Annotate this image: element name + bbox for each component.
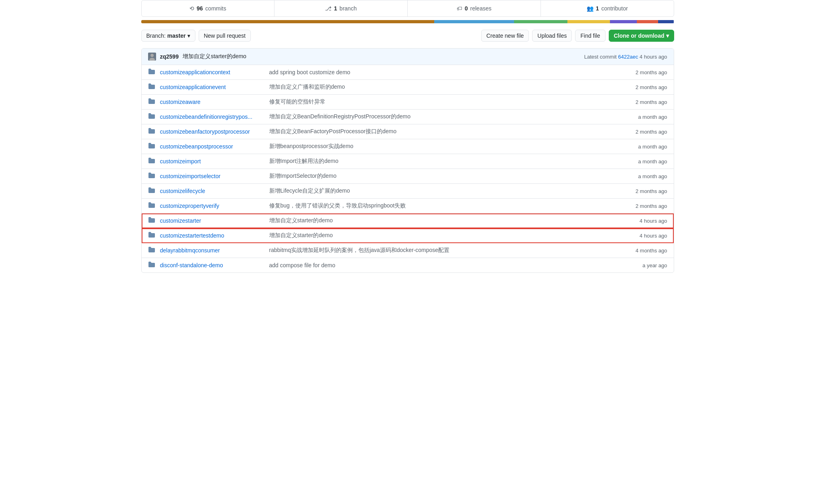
branches-count: 1: [334, 5, 337, 12]
table-row: customizebeanpostprocessor 新增beanpostpro…: [142, 139, 674, 154]
clone-chevron-icon: ▾: [666, 33, 669, 39]
file-time: 2 months ago: [623, 188, 667, 194]
file-description: add compose file for demo: [269, 262, 618, 268]
file-table: zq2599 增加自定义starter的demo Latest commit 6…: [141, 48, 674, 273]
file-name[interactable]: customizelifecycle: [160, 188, 264, 194]
upload-files-button[interactable]: Upload files: [532, 30, 572, 42]
file-name[interactable]: customizestartertestdemo: [160, 232, 264, 239]
file-time: 4 hours ago: [623, 233, 667, 239]
file-description: add spring boot customize demo: [269, 69, 618, 75]
file-time: a month ago: [623, 173, 667, 179]
file-name[interactable]: delayrabbitmqconsumer: [160, 247, 264, 254]
folder-icon: [148, 202, 155, 210]
folder-icon: [148, 68, 155, 76]
commit-time: 4 hours ago: [640, 54, 667, 60]
file-time: a year ago: [623, 262, 667, 268]
file-description: 修复bug，使用了错误的父类，导致启动springboot失败: [269, 202, 618, 209]
table-row: delayrabbitmqconsumer rabbitmq实战增加延时队列的案…: [142, 243, 674, 258]
folder-icon: [148, 187, 155, 195]
lang-segment-other2: [514, 20, 567, 23]
commit-author[interactable]: zq2599: [160, 53, 179, 60]
latest-commit-prefix: Latest commit: [584, 54, 617, 60]
lang-segment-other1: [434, 20, 514, 23]
file-name[interactable]: customizebeanfactorypostprocessor: [160, 128, 264, 135]
file-name[interactable]: customizeimportselector: [160, 173, 264, 179]
file-name[interactable]: customizeaware: [160, 99, 264, 105]
file-time: 4 hours ago: [623, 218, 667, 224]
releases-label: releases: [470, 5, 492, 12]
file-description: rabbitmq实战增加延时队列的案例，包括java源码和docker-comp…: [269, 247, 618, 254]
file-name[interactable]: customizeapplicationcontext: [160, 69, 264, 75]
file-description: 增加自定义BeanDefinitionRegistryPostProcessor…: [269, 113, 618, 120]
create-new-file-button[interactable]: Create new file: [481, 30, 529, 42]
folder-icon: [148, 232, 155, 240]
file-time: 2 months ago: [623, 129, 667, 135]
commits-stat[interactable]: ⟲ 96 commits: [142, 0, 275, 16]
releases-count: 0: [465, 5, 468, 12]
branch-name-label: master: [167, 33, 186, 39]
table-row: customizebeanfactorypostprocessor 增加自定义B…: [142, 124, 674, 139]
table-row: customizestarter 增加自定义starter的demo 4 hou…: [142, 213, 674, 228]
file-name[interactable]: customizebeandefinitionregistrypos...: [160, 114, 264, 120]
file-description: 修复可能的空指针异常: [269, 98, 618, 106]
folder-icon: [148, 246, 155, 254]
file-name[interactable]: disconf-standalone-demo: [160, 262, 264, 268]
stats-bar: ⟲ 96 commits ⎇ 1 branch 🏷 0 releases 👥 1…: [141, 0, 674, 17]
releases-stat[interactable]: 🏷 0 releases: [408, 0, 541, 16]
upload-files-label: Upload files: [537, 33, 567, 39]
branches-stat[interactable]: ⎇ 1 branch: [274, 0, 408, 16]
folder-icon: [148, 217, 155, 225]
table-row: customizeimport 新增Import注解用法的demo a mont…: [142, 154, 674, 169]
branch-prefix-label: Branch:: [146, 33, 166, 39]
contributors-label: contributor: [601, 5, 628, 12]
toolbar-right: Create new file Upload files Find file C…: [481, 30, 674, 42]
file-name[interactable]: customizeimport: [160, 158, 264, 165]
clone-label: Clone or download: [614, 33, 665, 39]
file-time: 4 months ago: [623, 248, 667, 254]
file-time: 2 months ago: [623, 203, 667, 209]
table-row: customizeapplicationcontext add spring b…: [142, 65, 674, 80]
lang-segment-other5: [637, 20, 658, 23]
file-time: 2 months ago: [623, 84, 667, 90]
file-time: 2 months ago: [623, 99, 667, 105]
commit-hash[interactable]: 6422aec: [618, 54, 638, 60]
file-name[interactable]: customizestarter: [160, 217, 264, 224]
table-row: customizepropertyverify 修复bug，使用了错误的父类，导…: [142, 199, 674, 213]
folder-icon: [148, 157, 155, 165]
branch-selector[interactable]: Branch: master ▾: [141, 30, 195, 42]
table-row: customizeaware 修复可能的空指针异常 2 months ago: [142, 95, 674, 110]
table-row: customizestartertestdemo 增加自定义starter的de…: [142, 228, 674, 243]
branches-icon: ⎇: [325, 5, 331, 12]
commit-meta: Latest commit 6422aec 4 hours ago: [584, 54, 667, 60]
new-pull-request-button[interactable]: New pull request: [199, 30, 251, 42]
file-name[interactable]: customizepropertyverify: [160, 203, 264, 209]
contributors-icon: 👥: [587, 5, 593, 12]
file-description: 新增Lifecycle自定义扩展的demo: [269, 187, 618, 195]
lang-segment-java: [141, 20, 434, 23]
table-row: customizebeandefinitionregistrypos... 增加…: [142, 110, 674, 124]
latest-commit-row: zq2599 增加自定义starter的demo Latest commit 6…: [142, 49, 674, 65]
avatar: [148, 53, 156, 61]
table-row: customizelifecycle 新增Lifecycle自定义扩展的demo…: [142, 184, 674, 199]
folder-icon: [148, 172, 155, 180]
table-row: disconf-standalone-demo add compose file…: [142, 258, 674, 272]
file-time: a month ago: [623, 159, 667, 165]
contributors-stat[interactable]: 👥 1 contributor: [541, 0, 674, 16]
folder-icon: [148, 113, 155, 121]
toolbar: Branch: master ▾ New pull request Create…: [141, 30, 674, 42]
table-row: customizeapplicationevent 增加自定义广播和监听的dem…: [142, 80, 674, 95]
find-file-button[interactable]: Find file: [575, 30, 605, 42]
file-description: 新增Import注解用法的demo: [269, 158, 618, 165]
file-name[interactable]: customizebeanpostprocessor: [160, 143, 264, 150]
new-pr-label: New pull request: [204, 33, 246, 39]
lang-segment-other4: [610, 20, 636, 23]
file-description: 增加自定义starter的demo: [269, 217, 618, 224]
clone-or-download-button[interactable]: Clone or download ▾: [609, 30, 674, 42]
table-row: customizeimportselector 新增ImportSelector…: [142, 169, 674, 184]
commits-icon: ⟲: [189, 5, 194, 12]
create-file-label: Create new file: [486, 33, 524, 39]
svg-point-1: [150, 54, 154, 57]
file-rows-container: customizeapplicationcontext add spring b…: [142, 65, 674, 272]
file-name[interactable]: customizeapplicationevent: [160, 84, 264, 90]
toolbar-left: Branch: master ▾ New pull request: [141, 30, 251, 42]
